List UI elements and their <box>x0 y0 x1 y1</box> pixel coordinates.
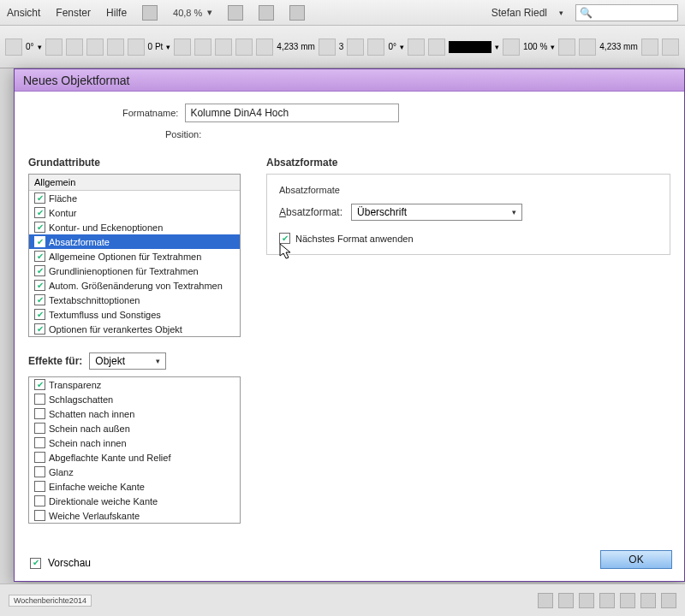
tool-icon[interactable] <box>86 38 104 56</box>
effects-checkbox[interactable] <box>34 423 45 434</box>
width-field[interactable]: 4,233 mm <box>277 42 314 51</box>
search-input[interactable]: 🔍 <box>575 4 678 21</box>
preview-checkbox[interactable] <box>30 558 41 569</box>
fill-swatch[interactable] <box>449 41 491 53</box>
grund-checkbox[interactable] <box>34 236 45 247</box>
effects-item[interactable]: Weiche Verlaufskante <box>29 508 240 523</box>
effects-item-label: Einfache weiche Kante <box>49 482 145 492</box>
effects-checkbox[interactable] <box>34 452 45 463</box>
panel-icon[interactable] <box>640 593 656 608</box>
effects-item[interactable]: Transparenz <box>29 377 240 392</box>
menu-ansicht[interactable]: Ansicht <box>7 7 40 19</box>
grund-item[interactable]: Kontur <box>29 205 240 220</box>
formatname-input[interactable] <box>185 104 399 122</box>
trash-icon[interactable] <box>661 593 676 608</box>
tool-icon[interactable] <box>66 38 83 56</box>
grund-item[interactable]: Allgemeine Optionen für Textrahmen <box>29 249 240 264</box>
zoom-level[interactable]: 40,8 %▾ <box>173 7 212 18</box>
tool-icon[interactable] <box>107 38 124 56</box>
grund-checkbox[interactable] <box>34 323 45 335</box>
tool-icon[interactable] <box>503 38 520 56</box>
effects-item[interactable]: Schein nach außen <box>29 421 240 435</box>
grund-item[interactable]: Textabschnittoptionen <box>29 293 240 307</box>
grund-item[interactable]: Absatzformate <box>29 234 240 249</box>
tool-icon[interactable] <box>428 38 445 56</box>
bridge-icon[interactable] <box>142 5 158 21</box>
effects-item[interactable]: Einfache weiche Kante <box>29 479 240 494</box>
stroke-weight[interactable]: 0 Pt <box>148 42 164 51</box>
grund-checkbox[interactable] <box>34 309 45 320</box>
effects-item[interactable]: Schlagschatten <box>29 392 240 406</box>
grund-checkbox[interactable] <box>34 265 45 276</box>
absatzformat-dropdown[interactable]: Überschrift▾ <box>351 204 522 221</box>
stroke-icon[interactable] <box>128 38 145 56</box>
effects-item[interactable]: Schein nach innen <box>29 435 240 450</box>
tool-icon[interactable] <box>558 38 575 56</box>
height-field[interactable]: 4,233 mm <box>599 42 637 51</box>
tool-icon[interactable] <box>347 38 364 56</box>
effects-checkbox[interactable] <box>34 437 45 448</box>
panel-icon[interactable] <box>558 593 574 608</box>
grund-checkbox[interactable] <box>34 251 45 262</box>
user-name[interactable]: Stefan Riedl <box>491 7 547 19</box>
tool-icon[interactable] <box>367 38 384 56</box>
position-label: Position: <box>165 129 201 139</box>
panel-icon[interactable] <box>599 593 615 608</box>
tool-icon[interactable] <box>256 38 273 56</box>
grund-item[interactable]: Fläche <box>29 191 240 205</box>
grund-checkbox[interactable] <box>34 280 45 291</box>
grund-checkbox[interactable] <box>34 192 45 204</box>
grund-checkbox[interactable] <box>34 222 45 233</box>
effects-listbox: TransparenzSchlagschattenSchatten nach i… <box>28 376 241 524</box>
grund-item[interactable]: Textumfluss und Sonstiges <box>29 307 240 322</box>
effects-checkbox[interactable] <box>34 379 45 390</box>
fx-icon[interactable] <box>215 38 232 56</box>
shear-angle[interactable]: 0° <box>388 42 396 51</box>
tool-icon[interactable] <box>579 38 596 56</box>
grund-item[interactable]: Grundlinienoptionen für Textrahmen <box>29 264 240 278</box>
layout-icon-1[interactable] <box>228 5 243 21</box>
effects-item[interactable]: Abgeflachte Kante und Relief <box>29 450 240 465</box>
tool-icon[interactable] <box>641 38 658 56</box>
effects-checkbox[interactable] <box>34 510 45 521</box>
effects-checkbox[interactable] <box>34 466 45 477</box>
tool-icon[interactable] <box>174 38 191 56</box>
tool-icon[interactable] <box>662 38 679 56</box>
dialog-title: Neues Objektformat <box>23 74 130 87</box>
next-format-checkbox[interactable] <box>279 233 290 244</box>
effects-item-label: Schatten nach innen <box>49 409 134 419</box>
formatname-label: Formatname: <box>122 108 178 118</box>
panel-icon[interactable] <box>620 593 635 608</box>
tool-icon[interactable] <box>408 38 425 56</box>
effects-item[interactable]: Direktionale weiche Kante <box>29 494 240 508</box>
effects-item[interactable]: Glanz <box>29 465 240 479</box>
effects-target-dropdown[interactable]: Objekt▾ <box>89 352 166 370</box>
tool-icon[interactable] <box>45 38 63 56</box>
layout-icon-2[interactable] <box>259 5 274 21</box>
grund-checkbox[interactable] <box>34 207 45 218</box>
grund-checkbox[interactable] <box>34 294 45 305</box>
ok-button[interactable]: OK <box>600 550 672 569</box>
effects-checkbox[interactable] <box>34 408 45 419</box>
panel-icon[interactable] <box>538 593 553 608</box>
cols-field[interactable]: 3 <box>339 42 344 51</box>
menu-hilfe[interactable]: Hilfe <box>106 7 127 19</box>
effects-checkbox[interactable] <box>34 394 45 405</box>
grund-item[interactable]: Optionen für verankertes Objekt <box>29 322 240 336</box>
effects-item[interactable]: Schatten nach innen <box>29 406 240 421</box>
effects-checkbox[interactable] <box>34 481 45 492</box>
tool-icon[interactable] <box>235 38 253 56</box>
obj-zoom[interactable]: 100 % <box>523 42 547 51</box>
tool-icon[interactable] <box>319 38 336 56</box>
rotate-angle[interactable]: 0° <box>26 42 34 51</box>
grund-item[interactable]: Kontur- und Eckenoptionen <box>29 220 240 234</box>
layout-icon-3[interactable] <box>289 5 305 21</box>
tool-icon[interactable] <box>194 38 211 56</box>
grund-item[interactable]: Autom. Größenänderung von Textrahmen <box>29 278 240 293</box>
doc-tab[interactable]: Wochenberichte2014 <box>9 595 92 607</box>
panel-icon[interactable] <box>579 593 594 608</box>
effects-checkbox[interactable] <box>34 495 45 506</box>
grund-header[interactable]: Allgemein <box>29 175 240 191</box>
menu-fenster[interactable]: Fenster <box>56 7 91 19</box>
tool-icon[interactable] <box>5 38 22 56</box>
